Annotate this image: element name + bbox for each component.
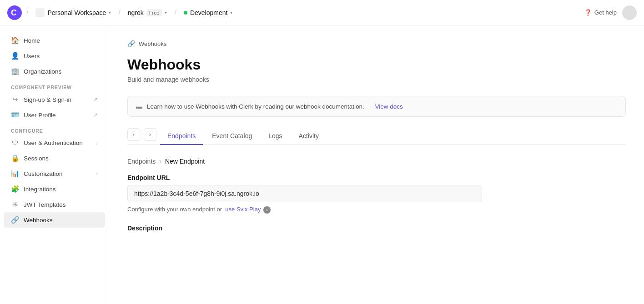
sidebar-item-label: Integrations [24, 186, 56, 193]
external-link-icon-2: ↗ [93, 112, 98, 118]
breadcrumb: 🔗 Webhooks [127, 40, 626, 47]
tab-endpoints[interactable]: Endpoints [160, 128, 203, 145]
use-svix-link[interactable]: use Svix Play [225, 206, 261, 213]
clerk-logo[interactable]: C [7, 5, 22, 20]
jwt-icon: ✳ [11, 200, 19, 209]
sidebar: 🏠 Home 👤 Users 🏢 Organizations COMPONENT… [0, 25, 109, 304]
sidebar-item-label: User & Authentication [24, 140, 83, 146]
page-title: Webhooks [127, 56, 626, 73]
integrations-icon: 🧩 [11, 185, 19, 193]
sidebar-item-label: Webhooks [24, 217, 53, 224]
svg-text:C: C [11, 8, 17, 17]
users-icon: 👤 [11, 52, 19, 60]
env-label: Development [190, 9, 228, 16]
app-chevron-icon: ▾ [165, 10, 167, 15]
workspace-selector[interactable]: Personal Workspace ▾ [33, 6, 114, 19]
sign-in-icon: ↪ [11, 95, 19, 104]
sidebar-item-sign-up[interactable]: ↪ Sign-up & Sign-in ↗ [4, 92, 105, 107]
sidebar-item-users[interactable]: 👤 Users [4, 48, 105, 64]
info-icon[interactable]: i [263, 206, 271, 214]
customization-icon: 📊 [11, 169, 19, 178]
tab-event-catalog[interactable]: Event Catalog [205, 128, 259, 145]
organizations-icon: 🏢 [11, 67, 19, 75]
user-avatar[interactable] [622, 5, 637, 20]
page-subtitle: Build and manage webhooks [127, 76, 626, 83]
endpoint-url-input[interactable] [127, 185, 482, 202]
app-name: ngrok [128, 9, 144, 16]
external-link-icon: ↗ [93, 96, 98, 103]
layout: 🏠 Home 👤 Users 🏢 Organizations COMPONENT… [0, 25, 644, 304]
tab-activity[interactable]: Activity [292, 128, 326, 145]
lock-icon: 🔒 [11, 154, 19, 162]
section-breadcrumb: Endpoints › New Endpoint [127, 158, 626, 165]
section-component-preview: COMPONENT PREVIEW [0, 79, 109, 92]
sidebar-item-jwt-templates[interactable]: ✳ JWT Templates [4, 197, 105, 212]
description-label: Description [127, 224, 626, 232]
user-profile-icon: 🪪 [11, 111, 19, 119]
sidebar-item-label: Organizations [24, 68, 61, 75]
help-circle-icon: ❓ [584, 9, 592, 16]
sidebar-item-label: Users [24, 53, 40, 60]
sidebar-item-label: JWT Templates [24, 201, 66, 208]
breadcrumb-current: New Endpoint [165, 158, 205, 165]
endpoint-url-help: Configure with your own endpoint or use … [127, 206, 626, 214]
webhooks-icon: 🔗 [11, 216, 19, 224]
sidebar-item-webhooks[interactable]: 🔗 Webhooks [4, 212, 105, 228]
endpoint-url-label: Endpoint URL [127, 174, 626, 181]
info-banner-text: Learn how to use Webhooks with Clerk by … [147, 103, 364, 110]
breadcrumb-label[interactable]: Webhooks [139, 40, 166, 47]
shield-icon: 🛡 [11, 139, 19, 147]
sidebar-item-integrations[interactable]: 🧩 Integrations [4, 181, 105, 197]
workspace-label: Personal Workspace [47, 9, 106, 16]
env-selector[interactable]: Development ▾ [181, 7, 236, 18]
workspace-chevron-icon: ▾ [109, 10, 111, 15]
tab-logs[interactable]: Logs [261, 128, 289, 145]
app-badge: Free [146, 9, 162, 16]
view-docs-link[interactable]: View docs [375, 103, 403, 110]
top-nav-right: ❓ Get help [584, 5, 637, 20]
workspace-icon [35, 8, 45, 17]
chevron-right-icon-2: › [96, 171, 98, 176]
sidebar-item-user-authentication[interactable]: 🛡 User & Authentication › [4, 135, 105, 150]
env-status-dot [184, 11, 187, 15]
sidebar-item-label: Home [24, 37, 40, 44]
tab-prev-button[interactable]: ‹ [127, 128, 140, 141]
sidebar-item-label: Sessions [24, 155, 49, 162]
top-nav: C / Personal Workspace ▾ / ngrok Free ▾ … [0, 0, 644, 25]
sidebar-item-user-profile[interactable]: 🪪 User Profile ↗ [4, 107, 105, 123]
app-selector[interactable]: ngrok Free ▾ [125, 7, 170, 18]
sep-2: / [118, 9, 120, 17]
info-banner-icon: ▬ [136, 103, 142, 110]
sidebar-item-label: Customization [24, 170, 63, 177]
info-banner: ▬ Learn how to use Webhooks with Clerk b… [127, 96, 626, 117]
sidebar-item-customization[interactable]: 📊 Customization › [4, 166, 105, 181]
get-help-label: Get help [594, 9, 617, 16]
tab-next-button[interactable]: › [144, 128, 156, 141]
section-configure: CONFIGURE [0, 123, 109, 135]
sidebar-item-home[interactable]: 🏠 Home [4, 33, 105, 48]
sep-1: / [26, 9, 28, 17]
breadcrumb-icon: 🔗 [127, 40, 135, 47]
endpoints-breadcrumb-link[interactable]: Endpoints [127, 158, 156, 165]
get-help-button[interactable]: ❓ Get help [584, 9, 617, 16]
env-chevron-icon: ▾ [230, 10, 232, 15]
main-content: 🔗 Webhooks Webhooks Build and manage web… [109, 25, 644, 304]
sidebar-item-organizations[interactable]: 🏢 Organizations [4, 64, 105, 79]
sidebar-item-label: Sign-up & Sign-in [24, 96, 71, 103]
chevron-right-icon: › [96, 140, 98, 146]
sidebar-item-sessions[interactable]: 🔒 Sessions [4, 150, 105, 166]
home-icon: 🏠 [11, 36, 19, 45]
tabs-bar: ‹ › Endpoints Event Catalog Logs Activit… [127, 128, 626, 145]
sidebar-item-label: User Profile [24, 112, 56, 119]
sep-3: / [174, 9, 176, 17]
breadcrumb-sep: › [159, 158, 161, 165]
